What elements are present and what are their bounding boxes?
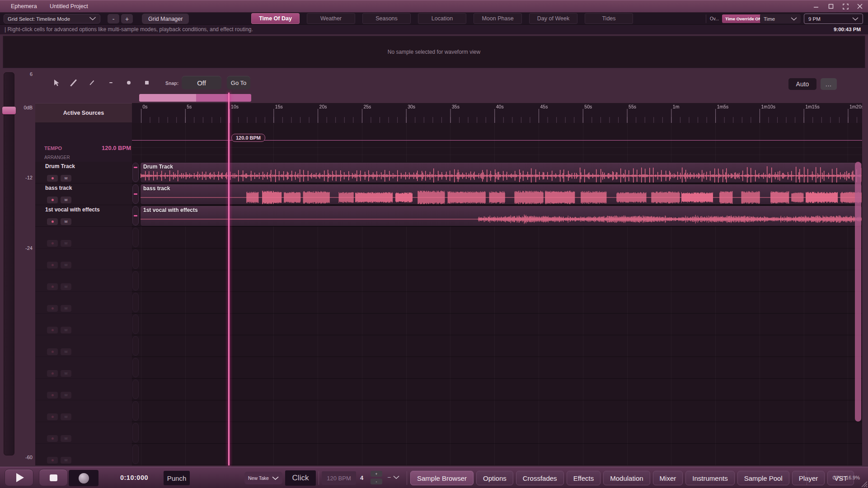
- mute-button[interactable]: M: [61, 370, 71, 377]
- record-arm-button[interactable]: [47, 218, 58, 225]
- auto-button[interactable]: Auto: [788, 78, 816, 90]
- mute-button[interactable]: M: [61, 283, 71, 290]
- resize-grip[interactable]: [859, 479, 868, 488]
- grid-manager-button[interactable]: Grid Manager: [142, 14, 189, 24]
- record-arm-button[interactable]: [47, 457, 58, 464]
- dash-tool-icon[interactable]: [105, 77, 117, 89]
- record-arm-button[interactable]: [47, 262, 58, 268]
- mute-button[interactable]: M: [61, 305, 71, 312]
- mute-button[interactable]: M: [61, 218, 71, 225]
- timeline-ruler[interactable]: [132, 103, 862, 123]
- mute-button[interactable]: M: [61, 175, 71, 182]
- panel-button-effects[interactable]: Effects: [567, 471, 601, 485]
- square-tool-icon[interactable]: [141, 77, 153, 89]
- panel-button-crossfades[interactable]: Crossfades: [516, 471, 564, 485]
- vertical-scrollbar[interactable]: [855, 162, 861, 422]
- record-arm-button[interactable]: [47, 327, 58, 333]
- mute-button[interactable]: M: [61, 348, 71, 355]
- mute-button[interactable]: M: [61, 327, 71, 333]
- circle-tool-icon[interactable]: [123, 77, 135, 89]
- play-button[interactable]: [5, 469, 33, 486]
- tab-day-of-week[interactable]: Day of Week: [529, 13, 577, 24]
- fullscreen-icon[interactable]: [841, 2, 850, 10]
- tab-time-of-day[interactable]: Time Of Day: [251, 13, 300, 24]
- stop-button[interactable]: [39, 469, 68, 486]
- snap-off-button[interactable]: Off: [182, 76, 221, 89]
- tab-location[interactable]: Location: [418, 13, 466, 24]
- tab-weather[interactable]: Weather: [307, 13, 355, 24]
- beats-increment-button[interactable]: +: [371, 471, 382, 477]
- track-lane-empty[interactable]: [132, 379, 862, 400]
- panel-button-modulation[interactable]: Modulation: [603, 471, 650, 485]
- panel-button-instruments[interactable]: Instruments: [685, 471, 734, 485]
- line-tool-icon[interactable]: [86, 77, 98, 89]
- time-override-toggle[interactable]: Time Override ON: [722, 14, 765, 23]
- maximize-icon[interactable]: [826, 2, 835, 10]
- panel-button-sample-browser[interactable]: Sample Browser: [410, 471, 474, 485]
- mute-button[interactable]: M: [61, 197, 71, 203]
- record-arm-button[interactable]: [47, 283, 58, 290]
- grid-zoom-in-button[interactable]: +: [121, 14, 133, 23]
- grid-select-label: Grid Select: Timeline Mode: [8, 16, 70, 22]
- tempo-marker-badge[interactable]: 120.0 BPM: [231, 134, 265, 142]
- play-icon: [16, 473, 24, 482]
- tab-tides[interactable]: Tides: [585, 13, 633, 24]
- mute-button[interactable]: M: [61, 240, 71, 247]
- mute-button[interactable]: M: [61, 413, 71, 420]
- minimize-icon[interactable]: [812, 2, 821, 10]
- track-lane-empty[interactable]: [132, 314, 862, 335]
- close-icon[interactable]: [855, 2, 864, 10]
- clip-bass-track[interactable]: bass track: [140, 184, 862, 205]
- tab-moon-phase[interactable]: Moon Phase: [474, 13, 522, 24]
- loop-region-start[interactable]: [139, 94, 196, 102]
- track-lane-empty[interactable]: [132, 422, 862, 444]
- grid-select-dropdown[interactable]: Grid Select: Timeline Mode: [4, 14, 100, 23]
- tab-seasons[interactable]: Seasons: [362, 13, 411, 24]
- record-arm-button[interactable]: [47, 305, 58, 312]
- more-options-button[interactable]: ...: [821, 78, 837, 90]
- track-lane-empty[interactable]: [132, 292, 862, 314]
- mute-button[interactable]: M: [61, 457, 71, 464]
- clip-drum-track[interactable]: Drum Track: [140, 162, 862, 183]
- playhead[interactable]: [228, 93, 230, 465]
- goto-button[interactable]: Go To: [227, 76, 250, 89]
- record-arm-button[interactable]: [47, 175, 58, 182]
- record-arm-button[interactable]: [47, 392, 58, 399]
- beats-decrement-button[interactable]: -: [371, 479, 382, 484]
- track-lane-empty[interactable]: [132, 400, 862, 422]
- clip-1st-vocal-with-effects[interactable]: 1st vocal with effects: [140, 206, 862, 226]
- mute-button[interactable]: M: [61, 392, 71, 399]
- grid-zoom-out-button[interactable]: -: [108, 14, 119, 23]
- time-value-dropdown[interactable]: 9 PM: [804, 14, 863, 24]
- signature-dropdown[interactable]: –: [388, 474, 399, 480]
- track-lane-empty[interactable]: [132, 270, 862, 292]
- record-arm-button[interactable]: [47, 435, 58, 442]
- master-fader-handle[interactable]: [2, 107, 16, 114]
- track-lane-empty[interactable]: [132, 444, 862, 465]
- record-arm-button[interactable]: [47, 370, 58, 377]
- track-lane-empty[interactable]: [132, 357, 862, 379]
- panel-button-player[interactable]: Player: [792, 471, 825, 485]
- mute-button[interactable]: M: [61, 262, 71, 268]
- master-fader-track[interactable]: [4, 72, 14, 455]
- select-tool-icon[interactable]: [51, 77, 62, 89]
- tempo-value[interactable]: 120.0 BPM: [81, 145, 131, 151]
- time-mode-dropdown[interactable]: Time: [760, 14, 801, 23]
- punch-button[interactable]: Punch: [164, 471, 190, 485]
- mute-button[interactable]: M: [61, 435, 71, 442]
- record-button[interactable]: [69, 470, 99, 486]
- panel-button-sample-pool[interactable]: Sample Pool: [737, 471, 789, 485]
- track-lane-empty[interactable]: [132, 249, 862, 270]
- record-arm-button[interactable]: [47, 348, 58, 355]
- record-arm-button[interactable]: [47, 197, 58, 203]
- track-lane-empty[interactable]: [132, 335, 862, 357]
- pencil-tool-icon[interactable]: [67, 77, 79, 89]
- record-arm-button[interactable]: [47, 413, 58, 420]
- panel-button-options[interactable]: Options: [476, 471, 513, 485]
- take-mode-dropdown[interactable]: New Take: [244, 472, 282, 484]
- panel-button-mixer[interactable]: Mixer: [653, 471, 683, 485]
- click-button[interactable]: Click: [285, 470, 316, 486]
- loop-region-end[interactable]: [196, 94, 251, 102]
- track-lane-empty[interactable]: [132, 227, 862, 249]
- record-arm-button[interactable]: [47, 240, 58, 247]
